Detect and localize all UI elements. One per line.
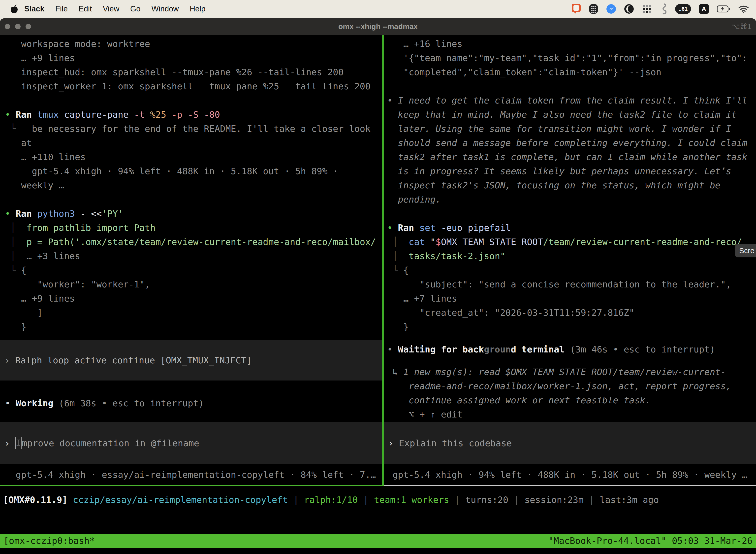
count-badge[interactable]: ..61	[675, 4, 691, 14]
terminal-line: "worker": "worker-1",	[5, 277, 382, 291]
terminal-line	[387, 79, 756, 93]
terminal-line: gpt-5.4 xhigh · 94% left · 488K in · 5.1…	[5, 164, 382, 178]
menu-item-go[interactable]: Go	[130, 4, 140, 13]
tmux-host-clock: "MacBook-Pro-44.local" 05:03 31-Mar-26	[548, 536, 753, 546]
terminal-line: workspace_mode: worktree	[5, 37, 382, 51]
terminal-line: continue assigned work or next feasible …	[387, 393, 756, 407]
screen: Slack File Edit View Go Window Help	[0, 0, 756, 554]
menu-item-window[interactable]: Window	[151, 4, 179, 13]
terminal-line	[387, 356, 756, 365]
right-session-status: gpt-5.4 xhigh · 94% left · 488K in · 5.1…	[387, 467, 747, 482]
terminal-line: pending.	[387, 192, 756, 207]
terminal-line: ↳ 1 new msg(s): read $OMX_TEAM_STATE_ROO…	[387, 365, 756, 379]
terminal-line: └ be necessary for the end of the README…	[5, 122, 382, 136]
menu-app-name[interactable]: Slack	[24, 4, 44, 13]
window-title-bar: omx --xhigh --madmax ⌥⌘1	[0, 18, 756, 35]
terminal-line: }	[387, 320, 756, 334]
dots-grid-icon[interactable]	[642, 4, 652, 14]
terminal-line: … +9 lines	[5, 291, 382, 306]
terminal-line: keep that in mind. Maybe I also need the…	[387, 107, 756, 122]
right-transcript: … +16 lines '{"team_name":"my-team","tas…	[387, 37, 756, 422]
terminal-line: └ {	[387, 263, 756, 277]
terminal-line: inspect task2's JSON, focusing on the st…	[387, 178, 756, 192]
grid-shield-icon[interactable]	[589, 4, 598, 14]
working-status: • Working (6m 38s • esc to interrupt)	[5, 396, 204, 410]
left-transcript: workspace_mode: worktree … +9 lines insp…	[5, 37, 382, 334]
terminal-line: ⌥ + ↑ edit	[387, 407, 756, 422]
right-prompt-input[interactable]: › Explain this codebase	[384, 422, 756, 464]
terminal-line: … +16 lines	[387, 37, 756, 51]
terminal-line: readme-and-reco/mailbox/worker-1.json, a…	[387, 379, 756, 393]
terminal-line: ]	[5, 306, 382, 320]
omx-status-line: [OMX#0.11.9] cczip/essay/ai-reimplementa…	[3, 493, 659, 507]
terminal-line: at	[5, 136, 382, 150]
menu-item-edit[interactable]: Edit	[79, 4, 92, 13]
terminal-line: should send a message before completing …	[387, 136, 756, 150]
terminal-line: │ p = Path('.omx/state/team/review-curre…	[5, 235, 382, 249]
terminal-line: }	[5, 320, 382, 334]
terminal-line: • Waiting for background terminal (3m 46…	[387, 342, 756, 356]
menu-item-help[interactable]: Help	[190, 4, 206, 13]
menu-item-file[interactable]: File	[55, 4, 68, 13]
terminal-line: inspect_hud: omx sparkshell --tmux-pane …	[5, 65, 382, 79]
terminal-line: weekly …	[5, 178, 382, 192]
tmux-session-label: [omx-cczip0:bash*	[3, 536, 95, 546]
terminal-line: "completed","claim_token":"claim-token"}…	[387, 65, 756, 79]
terminal-line: │ … +3 lines	[5, 249, 382, 263]
pane-divider[interactable]	[382, 35, 384, 486]
menu-bar: Slack File Edit View Go Window Help	[0, 0, 756, 18]
terminal: workspace_mode: worktree … +9 lines insp…	[0, 35, 756, 486]
window-title: omx --xhigh --madmax	[0, 18, 756, 35]
right-terminal-pane[interactable]: … +16 lines '{"team_name":"my-team","tas…	[384, 35, 756, 485]
a-app-icon[interactable]: A	[699, 4, 709, 14]
terminal-line: │ cat "$OMX_TEAM_STATE_ROOT/team/review-…	[387, 235, 756, 249]
messenger-bolt-icon[interactable]	[606, 4, 616, 14]
left-pane-bottom-border	[0, 485, 384, 486]
right-pane-bottom-border	[384, 485, 756, 486]
terminal-line: │ from pathlib import Path	[5, 221, 382, 235]
terminal-line: └ {	[5, 263, 382, 277]
battery-charging-icon[interactable]	[717, 5, 730, 12]
left-terminal-pane[interactable]: workspace_mode: worktree … +9 lines insp…	[0, 35, 382, 485]
apple-menu-icon[interactable]	[10, 4, 18, 13]
terminal-line	[5, 192, 382, 207]
left-session-status: gpt-5.4 xhigh · essay/ai-reimplementatio…	[5, 467, 376, 482]
terminal-line: … +110 lines	[5, 150, 382, 164]
terminal-line: "subject": "send a concise recommendatio…	[387, 277, 756, 291]
tmux-status-bar: [omx-cczip0:bash* "MacBook-Pro-44.local"…	[0, 534, 756, 548]
terminal-line	[387, 334, 756, 342]
screen-tooltip: Scre	[735, 244, 756, 258]
terminal-line: '{"team_name":"my-team","task_id":"1","f…	[387, 51, 756, 65]
terminal-line: … +7 lines	[387, 291, 756, 306]
terminal-line: • Ran python3 - <<'PY'	[5, 207, 382, 221]
terminal-line: │ tasks/task-2.json"	[387, 249, 756, 263]
crescent-app-icon[interactable]	[624, 4, 634, 14]
terminal-line	[5, 93, 382, 107]
terminal-line: later. Using the same for transition mig…	[387, 122, 756, 136]
menu-status-icons: ..61 A	[571, 3, 749, 15]
terminal-line: is in progress? It seems likely but perh…	[387, 164, 756, 178]
terminal-line: … +9 lines	[5, 51, 382, 65]
screen-recording-icon[interactable]	[571, 3, 581, 14]
terminal-line: • Ran set -euo pipefail	[387, 221, 756, 235]
terminal-line: inspect_worker-1: omx sparkshell --tmux-…	[5, 79, 382, 93]
terminal-line	[387, 207, 756, 221]
menu-item-view[interactable]: View	[103, 4, 119, 13]
terminal-line: "created_at": "2026-03-31T11:59:27.816Z"	[387, 306, 756, 320]
terminal-line: • I need to get the claim token from the…	[387, 93, 756, 107]
wifi-icon[interactable]	[738, 5, 749, 13]
terminal-line: task2 after task1 is complete, but can I…	[387, 150, 756, 164]
ralph-loop-band: › Ralph loop active continue [OMX_TMUX_I…	[0, 340, 382, 381]
terminal-line: • Ran tmux capture-pane -t %25 -p -S -80	[5, 107, 382, 122]
left-prompt-input[interactable]: › Improve documentation in @filename	[0, 422, 382, 464]
window-shortcut-hint: ⌥⌘1	[732, 18, 752, 35]
dragon-icon[interactable]	[660, 3, 667, 15]
